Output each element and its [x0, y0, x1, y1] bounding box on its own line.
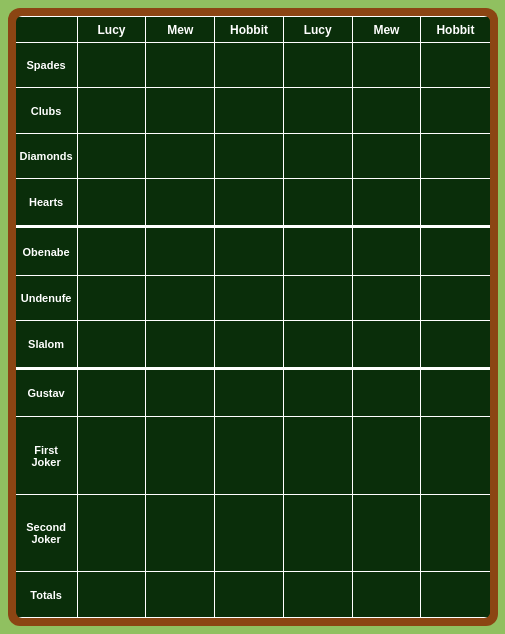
score-cell[interactable] [146, 133, 215, 178]
score-cell[interactable] [77, 88, 146, 133]
score-cell[interactable] [421, 572, 490, 618]
score-cell[interactable] [215, 572, 284, 618]
score-cell[interactable] [421, 43, 490, 88]
score-cell[interactable] [421, 179, 490, 227]
score-cell[interactable] [146, 321, 215, 369]
header-hobbit-1: Hobbit [215, 17, 284, 43]
score-cell[interactable] [77, 43, 146, 88]
score-cell[interactable] [283, 179, 352, 227]
score-cell[interactable] [146, 572, 215, 618]
score-cell[interactable] [215, 321, 284, 369]
score-cell[interactable] [77, 275, 146, 320]
score-cell[interactable] [421, 369, 490, 417]
score-cell[interactable] [215, 133, 284, 178]
score-cell[interactable] [215, 88, 284, 133]
table-row: Totals [16, 572, 490, 618]
header-lucy-1: Lucy [77, 17, 146, 43]
score-cell[interactable] [77, 369, 146, 417]
inner-board: Lucy Mew Hobbit Lucy Mew Hobbit SpadesCl… [16, 16, 490, 618]
score-cell[interactable] [421, 133, 490, 178]
score-cell[interactable] [77, 494, 146, 572]
score-cell[interactable] [146, 43, 215, 88]
table-row: Clubs [16, 88, 490, 133]
score-cell[interactable] [146, 369, 215, 417]
score-cell[interactable] [77, 321, 146, 369]
score-cell[interactable] [77, 133, 146, 178]
score-cell[interactable] [146, 275, 215, 320]
table-row: Gustav [16, 369, 490, 417]
table-row: Obenabe [16, 227, 490, 275]
score-cell[interactable] [352, 494, 421, 572]
score-cell[interactable] [352, 227, 421, 275]
row-label-hearts: Hearts [16, 179, 78, 227]
score-cell[interactable] [283, 275, 352, 320]
score-cell[interactable] [421, 275, 490, 320]
score-cell[interactable] [146, 417, 215, 495]
header-lucy-2: Lucy [283, 17, 352, 43]
table-row: First Joker [16, 417, 490, 495]
score-cell[interactable] [421, 321, 490, 369]
score-cell[interactable] [77, 417, 146, 495]
table-row: Diamonds [16, 133, 490, 178]
score-cell[interactable] [215, 369, 284, 417]
row-label-slalom: Slalom [16, 321, 78, 369]
score-cell[interactable] [283, 88, 352, 133]
score-cell[interactable] [215, 227, 284, 275]
score-cell[interactable] [352, 88, 421, 133]
score-cell[interactable] [215, 275, 284, 320]
score-cell[interactable] [146, 88, 215, 133]
score-cell[interactable] [283, 321, 352, 369]
score-cell[interactable] [421, 417, 490, 495]
table-row: Spades [16, 43, 490, 88]
header-mew-2: Mew [352, 17, 421, 43]
score-cell[interactable] [77, 572, 146, 618]
score-cell[interactable] [215, 417, 284, 495]
score-cell[interactable] [283, 133, 352, 178]
row-label-obenabe: Obenabe [16, 227, 78, 275]
table-row: Slalom [16, 321, 490, 369]
row-label-spades: Spades [16, 43, 78, 88]
score-cell[interactable] [283, 227, 352, 275]
score-cell[interactable] [352, 179, 421, 227]
row-label-first-joker: First Joker [16, 417, 78, 495]
score-cell[interactable] [283, 494, 352, 572]
score-cell[interactable] [283, 43, 352, 88]
header-hobbit-2: Hobbit [421, 17, 490, 43]
row-label-second-joker: Second Joker [16, 494, 78, 572]
score-cell[interactable] [421, 88, 490, 133]
header-row: Lucy Mew Hobbit Lucy Mew Hobbit [16, 17, 490, 43]
score-cell[interactable] [352, 43, 421, 88]
table-row: Hearts [16, 179, 490, 227]
header-mew-1: Mew [146, 17, 215, 43]
score-cell[interactable] [146, 494, 215, 572]
score-cell[interactable] [283, 572, 352, 618]
score-cell[interactable] [283, 417, 352, 495]
score-cell[interactable] [352, 275, 421, 320]
row-label-totals: Totals [16, 572, 78, 618]
score-cell[interactable] [215, 179, 284, 227]
score-cell[interactable] [352, 369, 421, 417]
score-table: Lucy Mew Hobbit Lucy Mew Hobbit SpadesCl… [16, 16, 490, 618]
row-label-diamonds: Diamonds [16, 133, 78, 178]
outer-border: Lucy Mew Hobbit Lucy Mew Hobbit SpadesCl… [8, 8, 498, 626]
score-cell[interactable] [77, 179, 146, 227]
score-cell[interactable] [352, 417, 421, 495]
score-cell[interactable] [215, 494, 284, 572]
row-label-clubs: Clubs [16, 88, 78, 133]
row-label-undenufe: Undenufe [16, 275, 78, 320]
score-cell[interactable] [283, 369, 352, 417]
score-cell[interactable] [352, 572, 421, 618]
row-label-gustav: Gustav [16, 369, 78, 417]
table-row: Second Joker [16, 494, 490, 572]
score-cell[interactable] [77, 227, 146, 275]
header-label-col [16, 17, 78, 43]
score-cell[interactable] [352, 321, 421, 369]
score-cell[interactable] [421, 494, 490, 572]
table-row: Undenufe [16, 275, 490, 320]
score-cell[interactable] [352, 133, 421, 178]
score-cell[interactable] [421, 227, 490, 275]
score-cell[interactable] [146, 227, 215, 275]
score-cell[interactable] [215, 43, 284, 88]
score-cell[interactable] [146, 179, 215, 227]
